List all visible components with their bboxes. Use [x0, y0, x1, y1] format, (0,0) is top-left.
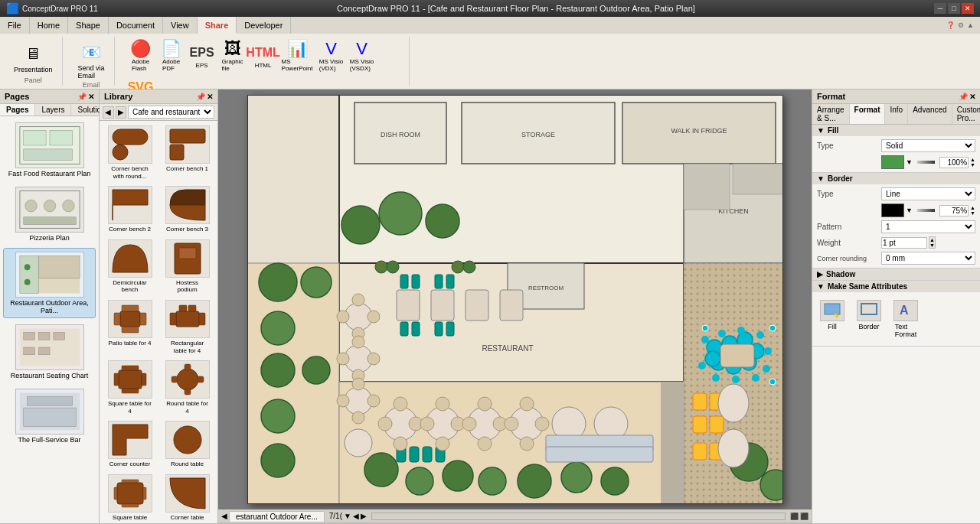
- page-item-5[interactable]: The Full-Service Bar: [3, 386, 96, 447]
- library-next-arrow[interactable]: ▶: [116, 106, 127, 119]
- format-tab-format[interactable]: Format: [850, 104, 886, 124]
- eps-button[interactable]: EPS EPS: [188, 42, 216, 70]
- make-same-text-button[interactable]: A TextFormat: [890, 298, 921, 340]
- scroll-lock-icon[interactable]: ⬛: [800, 513, 808, 520]
- tab-home[interactable]: Home: [30, 17, 68, 34]
- page-item-3[interactable]: Restaurant Outdoor Area, Pati...: [3, 248, 96, 318]
- pages-tab[interactable]: Pages: [0, 104, 35, 116]
- ribbon-settings-icon[interactable]: ⚙: [958, 21, 964, 29]
- page-nav-right[interactable]: ▶: [361, 512, 367, 520]
- lib-item-corner-counter[interactable]: Corner counter: [103, 419, 157, 470]
- lib-item-hostess-podium[interactable]: Hostesspodium: [160, 238, 214, 295]
- ribbon-collapse-icon[interactable]: ▲: [967, 21, 974, 29]
- layers-tab[interactable]: Layers: [35, 104, 71, 116]
- send-email-icon: 📧: [79, 40, 103, 64]
- lib-item-square-round-table[interactable]: Square tablewith round...: [103, 473, 157, 523]
- format-tab-info[interactable]: Info: [885, 104, 908, 124]
- scroll-area-icon[interactable]: ⬛: [790, 513, 799, 520]
- library-close-icon[interactable]: ✕: [207, 93, 213, 101]
- lib-item-demicircular-bench[interactable]: Demicircularbench: [103, 238, 157, 295]
- lib-item-corner-table[interactable]: Corner table: [160, 473, 214, 523]
- lib-item-round-table[interactable]: Round table: [160, 419, 214, 470]
- border-color-swatch[interactable]: [881, 203, 904, 217]
- graphic-file-icon: 🖼: [224, 40, 242, 58]
- border-section: ▼ Border Type Line: [812, 173, 980, 269]
- tab-document[interactable]: Document: [109, 17, 163, 34]
- library-pin-icon[interactable]: 📌: [196, 93, 205, 101]
- adobe-flash-button[interactable]: 🔴 AdobeFlash: [127, 38, 155, 73]
- make-same-section-header[interactable]: ▼ Make Same Attributes: [812, 281, 980, 292]
- svg-rect-190: [400, 275, 408, 288]
- lib-item-square-table-4[interactable]: Square table for4: [103, 359, 157, 416]
- page-label-4: Restaurant Seating Chart: [11, 372, 89, 379]
- format-tab-arrange[interactable]: Arrange & S...: [812, 104, 850, 124]
- tab-view[interactable]: View: [163, 17, 198, 34]
- presentation-button[interactable]: 🖥 Presentation: [11, 40, 56, 75]
- library-prev-arrow[interactable]: ◀: [103, 106, 114, 119]
- maximize-button[interactable]: □: [948, 3, 960, 14]
- lib-item-corner-bench-3[interactable]: Corner bench 3: [160, 184, 214, 235]
- border-weight-spinner[interactable]: ▲▼: [929, 236, 936, 249]
- border-opacity-input[interactable]: [939, 205, 969, 216]
- border-opacity-slider[interactable]: [917, 209, 935, 212]
- ribbon-help-icon[interactable]: ❓: [946, 21, 955, 29]
- lib-item-corner-bench-1[interactable]: Corner bench 1: [160, 124, 214, 181]
- format-panel-close-icon[interactable]: ✕: [969, 93, 975, 101]
- ms-powerpoint-button[interactable]: 📊 MSPowerPoint: [280, 38, 315, 73]
- tab-developer[interactable]: Developer: [237, 17, 291, 34]
- lib-item-rect-table-4[interactable]: Rectangulartable for 4: [160, 298, 214, 356]
- send-email-button[interactable]: 📧 Send viaEmail: [75, 38, 108, 81]
- fill-opacity-slider[interactable]: [917, 161, 935, 164]
- lib-item-corner-bench-2[interactable]: Corner bench 2: [103, 184, 157, 235]
- border-section-header[interactable]: ▼ Border: [812, 173, 980, 184]
- adobe-pdf-button[interactable]: 📄 AdobePDF: [158, 38, 185, 73]
- border-pattern-select[interactable]: 1: [881, 220, 975, 233]
- page-item-2[interactable]: Pizzeria Plan: [3, 184, 96, 245]
- lib-item-round-table-4[interactable]: Round table for4: [160, 359, 214, 416]
- border-corner-select[interactable]: 0 mm: [881, 252, 975, 265]
- pages-panel-pin-icon[interactable]: 📌: [77, 93, 87, 101]
- page-nav-down[interactable]: ▼: [344, 512, 351, 520]
- svg-rect-3: [50, 130, 72, 145]
- close-button[interactable]: ✕: [962, 3, 974, 14]
- fill-opacity-input[interactable]: [939, 157, 969, 168]
- canvas-active-tab[interactable]: estaruant Outdoor Are...: [229, 511, 325, 522]
- fill-color-swatch[interactable]: [881, 155, 904, 169]
- fill-opacity-spinner[interactable]: ▲▼: [970, 157, 975, 168]
- svg-rect-47: [122, 366, 139, 370]
- page-nav-left[interactable]: ◀: [353, 512, 359, 520]
- fill-color-dropdown[interactable]: ▼: [906, 158, 913, 166]
- tab-scroll-left[interactable]: ◀: [221, 512, 227, 520]
- fill-section-header[interactable]: ▼ Fill: [812, 125, 980, 136]
- ms-visio-vdx-button[interactable]: V MS Visio(VDX): [318, 38, 345, 73]
- format-panel-pin-icon[interactable]: 📌: [959, 93, 968, 101]
- border-weight-input[interactable]: [881, 237, 927, 249]
- border-color-dropdown[interactable]: ▼: [906, 207, 913, 214]
- ms-visio-vsdx-button[interactable]: V MS Visio(VSDX): [348, 38, 376, 73]
- lib-item-patio-table-4[interactable]: Patio table for 4: [103, 298, 157, 356]
- lib-item-corner-bench-round[interactable]: Corner benchwith round...: [103, 124, 157, 181]
- library-category-select[interactable]: Cafe and restaurant: [128, 106, 214, 119]
- ribbon-content: 🖥 Presentation Panel 📧 Send viaEmail Ema…: [0, 34, 980, 89]
- floor-plan-svg[interactable]: DISH ROOM STORAGE WALK IN FRIDGE KITCHEN: [247, 95, 783, 504]
- page-item-4[interactable]: Restaurant Seating Chart: [3, 321, 96, 382]
- minimize-button[interactable]: ─: [934, 3, 946, 14]
- tab-share[interactable]: Share: [198, 17, 237, 34]
- canvas-container[interactable]: DISH ROOM STORAGE WALK IN FRIDGE KITCHEN: [218, 90, 812, 509]
- html-button[interactable]: HTML HTML: [250, 42, 277, 70]
- make-same-border-button[interactable]: Border: [854, 298, 884, 340]
- svg-rect-2: [23, 130, 45, 145]
- shadow-section: ▶ Shadow: [812, 269, 980, 281]
- shadow-section-header[interactable]: ▶ Shadow: [812, 269, 980, 280]
- pages-panel-close-icon[interactable]: ✕: [88, 93, 94, 101]
- graphic-file-button[interactable]: 🖼 Graphicfile: [219, 38, 247, 73]
- tab-shape[interactable]: Shape: [68, 17, 109, 34]
- make-same-fill-button[interactable]: Fill: [817, 298, 848, 340]
- page-item-1[interactable]: Fast Food Restaurant Plan: [3, 119, 96, 181]
- format-tab-advanced[interactable]: Advanced: [908, 104, 952, 124]
- border-type-select[interactable]: Line: [881, 187, 975, 200]
- format-tab-custom[interactable]: Custom Pro...: [952, 104, 980, 124]
- border-opacity-spinner[interactable]: ▲▼: [970, 205, 975, 216]
- fill-type-select[interactable]: Solid: [881, 139, 975, 152]
- tab-file[interactable]: File: [0, 17, 30, 34]
